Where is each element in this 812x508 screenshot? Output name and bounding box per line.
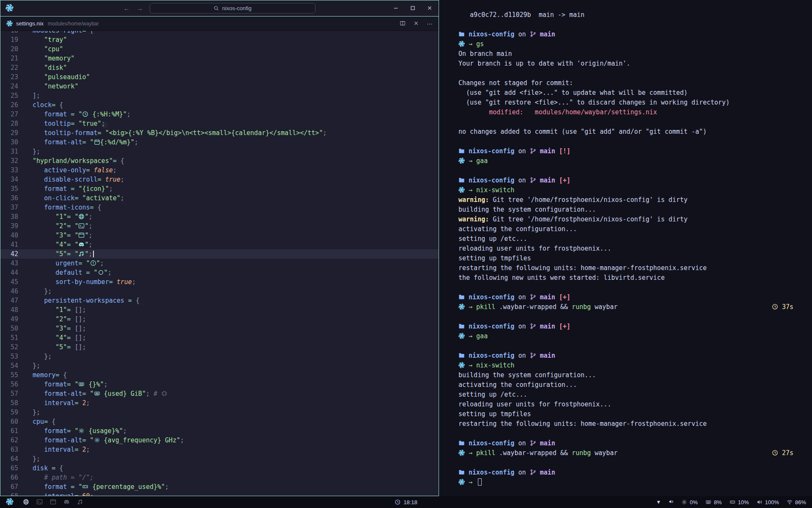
maximize-icon[interactable] — [410, 5, 416, 12]
code-line[interactable]: 66 # path = "/"; — [0, 473, 439, 482]
code-line[interactable]: 60 cpu= { — [0, 417, 439, 426]
split-editor-icon[interactable] — [400, 20, 406, 27]
minimize-icon[interactable] — [393, 5, 399, 12]
nix-logo-icon[interactable] — [6, 498, 14, 507]
code-line[interactable]: 19 "tray" — [0, 35, 439, 44]
code-line[interactable]: 68 interval= 60; — [0, 491, 439, 496]
code-line[interactable]: 55 memory= { — [0, 370, 439, 380]
tab-filename[interactable]: settings.nix — [16, 20, 44, 27]
code-line[interactable]: 33 active-only= false; — [0, 166, 439, 175]
line-number: 63 — [0, 445, 25, 454]
code-line[interactable]: 65 disk = { — [0, 464, 439, 473]
code-line[interactable]: 34 disable-scroll= true; — [0, 175, 439, 184]
terminal-line: → pkill .waybar-wrapped && runbg waybar … — [458, 302, 812, 312]
nix-logo-icon — [5, 4, 14, 13]
disk-module[interactable]: 10% — [730, 499, 749, 505]
clock-icon — [82, 110, 88, 119]
terminal-line: (use "git add <file>..." to update what … — [458, 88, 812, 98]
terminal-line: restarting the following units: home-man… — [458, 263, 812, 273]
terminal-line — [458, 20, 812, 30]
command-center-search[interactable]: nixos-config — [150, 3, 315, 14]
folder-icon — [458, 176, 465, 185]
terminal-line — [458, 166, 812, 176]
code-line[interactable]: 63 interval= 2; — [0, 445, 439, 454]
code-line[interactable]: 20 "cpu" — [0, 44, 439, 54]
close-icon[interactable] — [413, 20, 419, 27]
code-line[interactable]: 47 persistent-workspaces = { — [0, 296, 439, 305]
prompt-line: nixos-config on main — [458, 351, 812, 361]
close-icon[interactable] — [427, 5, 433, 12]
workspace-3[interactable] — [50, 499, 56, 506]
line-number: 29 — [0, 128, 25, 138]
code-line[interactable]: 59 }; — [0, 408, 439, 417]
line-number: 51 — [0, 333, 25, 342]
code-line[interactable]: 58 interval= 2; — [0, 398, 439, 408]
network-module[interactable]: 86% — [787, 499, 806, 505]
code-line[interactable]: 42 "5"= ""; — [0, 249, 439, 259]
workspace-1[interactable] — [23, 499, 29, 506]
code-line[interactable]: 31 }; — [0, 147, 439, 156]
cpu-module[interactable]: 0% — [681, 499, 698, 505]
arrow-right-icon[interactable]: → — [137, 5, 143, 12]
code-line[interactable]: 29 tooltip-format= "<big>{:%Y %B}</big>\… — [0, 128, 439, 138]
workspace-5[interactable] — [77, 499, 83, 506]
code-line[interactable]: 50 "3"= []; — [0, 324, 439, 333]
snowflake-icon — [458, 156, 465, 166]
code-line[interactable]: 37 format-icons= { — [0, 203, 439, 212]
clock-module[interactable]: 18:18 — [395, 499, 417, 505]
volume-icon[interactable] — [669, 499, 674, 505]
more-icon[interactable]: ⋯ — [427, 20, 433, 27]
code-line[interactable]: 54 }; — [0, 361, 439, 370]
code-line[interactable]: 22 "disk" — [0, 63, 439, 72]
terminal-line: reloading user units for frostphoenix... — [458, 400, 812, 409]
code-line[interactable]: 45 sort-by-number= true; — [0, 277, 439, 287]
arrow-left-icon[interactable]: ← — [123, 5, 130, 12]
pulseaudio-module[interactable]: 100% — [757, 499, 779, 505]
terminal-line — [458, 137, 812, 146]
code-line[interactable]: 39 "2"= ""; — [0, 221, 439, 231]
code-line[interactable]: 52 "5"= []; — [0, 342, 439, 352]
code-line[interactable]: 24 "network" — [0, 82, 439, 91]
text-cursor — [93, 251, 94, 257]
code-line[interactable]: 18 modules-right= [ — [0, 31, 439, 35]
code-line[interactable]: 57 format-alt= " {used} GiB"; # — [0, 389, 439, 398]
code-line[interactable]: 36 on-click= "activate"; — [0, 193, 439, 203]
code-line[interactable]: 62 format-alt= " {avg_frequency} GHz"; — [0, 436, 439, 445]
code-line[interactable]: 53 }; — [0, 352, 439, 361]
code-line[interactable]: 61 format= " {usage}%"; — [0, 426, 439, 436]
snowflake-icon — [458, 185, 465, 195]
code-line[interactable]: 21 "memory" — [0, 54, 439, 63]
code-line[interactable]: 27 format = " {:%H:%M}"; — [0, 110, 439, 119]
editor-body[interactable]: 18 modules-right= [19 "tray"20 "cpu"21 "… — [0, 31, 439, 496]
code-line[interactable]: 23 "pulseaudio" — [0, 72, 439, 82]
memory-module[interactable]: 8% — [705, 499, 722, 505]
tray-arrow-icon[interactable]: ▼ — [656, 499, 661, 505]
line-number: 37 — [0, 203, 25, 212]
code-line[interactable]: 38 "1"= ""; — [0, 212, 439, 221]
code-line[interactable]: 43 urgent= ""; — [0, 259, 439, 268]
code-line[interactable]: 25 ]; — [0, 91, 439, 100]
code-line[interactable]: 67 format = " {percentage_used}%"; — [0, 482, 439, 491]
workspace-2[interactable] — [36, 499, 43, 506]
workspace-4[interactable] — [63, 499, 70, 506]
code-line[interactable]: 40 "3"= ""; — [0, 231, 439, 240]
line-number: 19 — [0, 35, 25, 44]
editor-titlebar: ← → nixos-config — [0, 0, 439, 17]
code-line[interactable]: 46 }; — [0, 287, 439, 296]
code-line[interactable]: 41 "4"= ""; — [0, 240, 439, 249]
code-line[interactable]: 26 clock= { — [0, 100, 439, 110]
terminal-window[interactable]: a9c0c72..d11029b main -> main nixos-conf… — [439, 0, 812, 496]
code-line[interactable]: 48 "1"= []; — [0, 305, 439, 315]
line-number: 65 — [0, 464, 25, 473]
code-line[interactable]: 35 format = "{icon}"; — [0, 184, 439, 193]
code-line[interactable]: 49 "2"= []; — [0, 315, 439, 324]
code-line[interactable]: 30 format-alt= "{:%d/%m}"; — [0, 138, 439, 147]
terminal-line — [458, 341, 812, 351]
prompt-line: nixos-config on main — [458, 30, 812, 39]
code-line[interactable]: 56 format= " {}%"; — [0, 380, 439, 389]
code-line[interactable]: 64 }; — [0, 454, 439, 464]
code-line[interactable]: 28 tooltip= "true"; — [0, 119, 439, 128]
code-line[interactable]: 51 "4"= []; — [0, 333, 439, 342]
code-line[interactable]: 44 default = ""; — [0, 268, 439, 277]
code-line[interactable]: 32 "hyprland/workspaces"= { — [0, 156, 439, 166]
